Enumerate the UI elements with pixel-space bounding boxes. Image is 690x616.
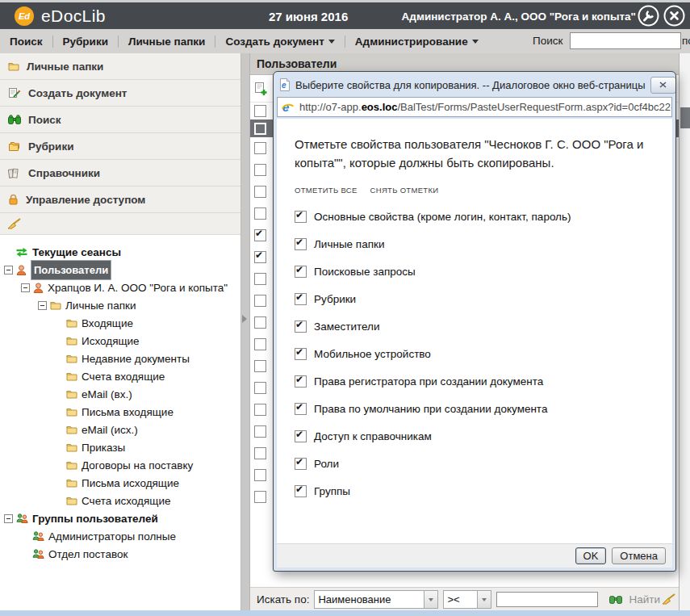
tree-item-label: Администраторы полные bbox=[48, 530, 176, 543]
tree-item[interactable]: Счета исходящие bbox=[0, 492, 240, 509]
menu-item[interactable]: Администрирование bbox=[345, 36, 488, 48]
row-checkbox[interactable] bbox=[254, 316, 266, 329]
tree-item[interactable]: Текущие сеансы bbox=[0, 243, 240, 261]
menu-item[interactable]: Рубрики bbox=[52, 36, 118, 48]
property-option: Заместители bbox=[295, 321, 654, 333]
property-checkbox[interactable] bbox=[295, 211, 307, 223]
property-checkbox[interactable] bbox=[295, 238, 307, 250]
menu-item[interactable]: Личные папки bbox=[118, 36, 215, 48]
property-checkbox[interactable] bbox=[295, 375, 307, 388]
menu-item[interactable]: Поиск bbox=[0, 36, 52, 48]
collapse-box-icon[interactable] bbox=[4, 514, 13, 523]
row-checkbox[interactable] bbox=[254, 142, 266, 154]
folder-icon bbox=[66, 460, 77, 470]
tree-item[interactable]: Договоры на поставку bbox=[0, 456, 240, 474]
select-all-link[interactable]: Отметить все bbox=[295, 186, 358, 195]
row-checkbox[interactable] bbox=[254, 491, 266, 503]
row-checkbox[interactable] bbox=[254, 382, 266, 394]
menu-item-label: Администрирование bbox=[355, 36, 468, 48]
property-checkbox[interactable] bbox=[295, 348, 307, 360]
select-all-checkbox[interactable] bbox=[254, 105, 266, 117]
row-checkbox[interactable] bbox=[254, 360, 266, 372]
row-checkbox[interactable] bbox=[254, 207, 266, 220]
sidebar-broom-row[interactable] bbox=[0, 213, 240, 235]
close-icon[interactable] bbox=[663, 5, 685, 27]
wrench-icon[interactable] bbox=[638, 5, 659, 27]
tree-item[interactable]: Письма исходящие bbox=[0, 474, 240, 492]
menu-search-suffix: по bbox=[682, 35, 690, 47]
sidebar-item[interactable]: Личные папки bbox=[0, 53, 240, 80]
broom-icon[interactable] bbox=[661, 593, 675, 605]
property-checkbox[interactable] bbox=[295, 403, 307, 415]
row-checkbox[interactable] bbox=[254, 447, 266, 459]
menu-item[interactable]: Создать документ bbox=[215, 36, 344, 48]
cancel-button[interactable]: Отмена bbox=[612, 547, 666, 564]
tree-item-label: Недавние документы bbox=[82, 353, 190, 365]
dialog-close-button[interactable] bbox=[650, 77, 675, 94]
row-checkbox[interactable] bbox=[254, 338, 266, 350]
tree-item[interactable]: eMail (исх.) bbox=[0, 421, 240, 438]
collapse-box-icon[interactable] bbox=[21, 283, 30, 292]
search-field-select[interactable]: Наименование bbox=[314, 590, 438, 609]
row-checkbox[interactable] bbox=[254, 123, 266, 135]
url-domain: eos.loc bbox=[362, 101, 398, 113]
application-window: Ed eDocLib 27 июня 2016 Администратор А.… bbox=[0, 0, 690, 616]
folder-icon bbox=[66, 354, 77, 363]
tree-item[interactable]: Храпцов И. А. ООО "Рога и копыта" bbox=[0, 279, 240, 296]
row-checkbox[interactable] bbox=[254, 229, 266, 241]
pane-splitter[interactable] bbox=[241, 53, 250, 610]
tree-item[interactable]: Недавние документы bbox=[0, 350, 240, 367]
tree-item[interactable]: Личные папки bbox=[0, 296, 240, 314]
sidebar-item[interactable]: Поиск bbox=[0, 107, 240, 133]
menu-item-label: Личные папки bbox=[128, 36, 205, 48]
row-checkbox[interactable] bbox=[254, 273, 266, 285]
tree-item[interactable]: Исходящие bbox=[0, 332, 240, 350]
url-path: /BalTest/Forms/PasteUserRequestForm.aspx… bbox=[397, 101, 672, 113]
row-checkbox[interactable] bbox=[254, 251, 266, 263]
clear-all-link[interactable]: Снять отметки bbox=[370, 186, 439, 195]
scrollbar-thumb[interactable] bbox=[680, 107, 690, 128]
sidebar-item[interactable]: Рубрики bbox=[0, 133, 240, 160]
row-checkbox[interactable] bbox=[254, 295, 266, 307]
row-checkbox[interactable] bbox=[254, 404, 266, 416]
tree-item[interactable]: Приказы bbox=[0, 438, 240, 456]
row-checkbox[interactable] bbox=[254, 164, 266, 176]
tree-item[interactable]: Пользователи bbox=[0, 261, 240, 279]
find-button[interactable]: Найти bbox=[629, 593, 660, 606]
sidebar-item[interactable]: Создать документ bbox=[0, 80, 240, 107]
property-checkbox[interactable] bbox=[295, 266, 307, 278]
tree-item[interactable]: Администраторы полные bbox=[0, 527, 240, 545]
tree-item[interactable]: Входящие bbox=[0, 314, 240, 332]
tree-item[interactable]: Отдел поставок bbox=[0, 545, 240, 563]
property-checkbox[interactable] bbox=[295, 293, 307, 305]
vertical-scrollbar[interactable] bbox=[679, 53, 690, 610]
row-checkbox[interactable] bbox=[254, 186, 266, 198]
find-binoculars-icon[interactable] bbox=[609, 594, 622, 604]
property-checkbox[interactable] bbox=[295, 458, 307, 470]
tree-item[interactable]: Счета входящие bbox=[0, 367, 240, 385]
tree-item[interactable]: Письма входящие bbox=[0, 403, 240, 421]
property-option: Группы bbox=[295, 485, 654, 497]
search-value-input[interactable] bbox=[496, 592, 598, 607]
ok-button[interactable]: OK bbox=[575, 547, 607, 564]
row-checkbox[interactable] bbox=[254, 425, 266, 438]
tree-item[interactable]: eMail (вх.) bbox=[0, 385, 240, 403]
menu-search-input[interactable] bbox=[570, 32, 681, 49]
tree-item[interactable]: Группы пользователей bbox=[0, 509, 240, 527]
row-checkbox[interactable] bbox=[254, 469, 266, 481]
group-icon bbox=[32, 531, 44, 541]
menu-item-label: Поиск bbox=[10, 36, 43, 48]
create-document-icon bbox=[8, 87, 21, 98]
property-checkbox[interactable] bbox=[295, 485, 307, 497]
add-user-icon[interactable] bbox=[253, 82, 267, 95]
sidebar-item[interactable]: Управление доступом bbox=[0, 186, 240, 213]
collapse-box-icon[interactable] bbox=[38, 301, 47, 310]
collapse-box-icon[interactable] bbox=[4, 266, 13, 274]
sidebar-item-label: Управление доступом bbox=[26, 194, 145, 206]
tree-item-label: eMail (исх.) bbox=[82, 424, 138, 436]
property-checkbox[interactable] bbox=[295, 321, 307, 333]
property-checkbox[interactable] bbox=[295, 430, 307, 442]
menu-search-label: Поиск bbox=[533, 35, 562, 47]
sidebar-item[interactable]: Справочники bbox=[0, 160, 240, 186]
search-operator-select[interactable]: >< bbox=[443, 590, 491, 609]
